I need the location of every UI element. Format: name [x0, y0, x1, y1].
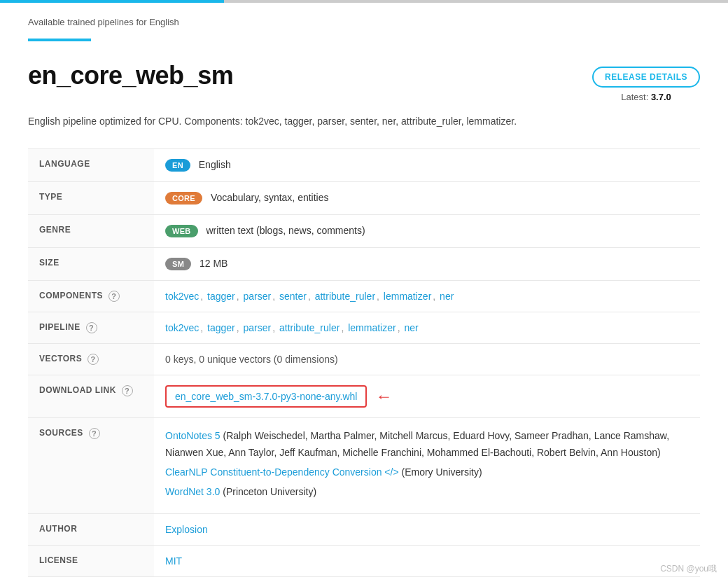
table-row: TYPE CORE Vocabulary, syntax, entities: [28, 182, 700, 215]
pipeline-help-icon[interactable]: ?: [86, 322, 97, 333]
value-components: tok2vec, tagger, parser, senter, attribu…: [154, 281, 700, 312]
page-title: en_core_web_sm: [28, 61, 233, 90]
component-lemmatizer[interactable]: lemmatizer: [384, 291, 431, 302]
value-vectors: 0 keys, 0 unique vectors (0 dimensions): [154, 344, 700, 375]
description: English pipeline optimized for CPU. Comp…: [28, 113, 700, 129]
label-author: AUTHOR: [28, 513, 154, 545]
value-sources: OntoNotes 5 (Ralph Weischedel, Martha Pa…: [154, 418, 700, 513]
component-ner[interactable]: ner: [440, 291, 454, 302]
source-line-3: WordNet 3.0 (Princeton University): [165, 484, 689, 501]
value-size: SM 12 MB: [154, 248, 700, 281]
source-clearnlp[interactable]: ClearNLP Constituent-to-Dependency Conve…: [165, 466, 382, 478]
table-row-vectors: VECTORS ? 0 keys, 0 unique vectors (0 di…: [28, 344, 700, 375]
clearnlp-code-icon: </>: [384, 466, 398, 478]
component-parser[interactable]: parser: [244, 291, 272, 302]
pipeline-attribute-ruler[interactable]: attribute_ruler: [279, 322, 340, 333]
progress-bar: [0, 0, 728, 3]
label-vectors: VECTORS ?: [28, 344, 154, 375]
value-type: CORE Vocabulary, syntax, entities: [154, 182, 700, 215]
value-download: en_core_web_sm-3.7.0-py3-none-any.whl ←: [154, 375, 700, 418]
latest-version: Latest: 3.7.0: [621, 92, 671, 102]
label-pipeline: PIPELINE ?: [28, 312, 154, 344]
title-row: en_core_web_sm RELEASE DETAILS Latest: 3…: [28, 61, 700, 102]
table-row-download: DOWNLOAD LINK ? en_core_web_sm-3.7.0-py3…: [28, 375, 700, 418]
table-row-sources: SOURCES ? OntoNotes 5 (Ralph Weischedel,…: [28, 418, 700, 513]
components-help-icon[interactable]: ?: [108, 291, 120, 302]
label-download: DOWNLOAD LINK ?: [28, 375, 154, 418]
badge-core: CORE: [165, 192, 202, 205]
info-table: LANGUAGE EN English TYPE CORE Vocabulary…: [28, 148, 700, 576]
component-senter[interactable]: senter: [279, 291, 307, 302]
pipeline-parser[interactable]: parser: [244, 322, 272, 333]
value-pipeline: tok2vec, tagger, parser, attribute_ruler…: [154, 312, 700, 344]
label-components: COMPONENTS ?: [28, 281, 154, 312]
download-help-icon[interactable]: ?: [122, 385, 133, 396]
vectors-help-icon[interactable]: ?: [88, 354, 99, 365]
table-row: LANGUAGE EN English: [28, 149, 700, 182]
pipeline-tok2vec[interactable]: tok2vec: [165, 322, 199, 333]
component-tok2vec[interactable]: tok2vec: [165, 291, 199, 302]
value-genre: WEB written text (blogs, news, comments): [154, 215, 700, 248]
source-ontonotes[interactable]: OntoNotes 5: [165, 430, 220, 441]
component-attribute-ruler[interactable]: attribute_ruler: [315, 291, 375, 302]
release-details-button[interactable]: RELEASE DETAILS: [592, 67, 700, 88]
label-sources: SOURCES ?: [28, 418, 154, 513]
table-row: SIZE SM 12 MB: [28, 248, 700, 281]
author-link[interactable]: Explosion: [165, 524, 208, 535]
value-author: Explosion: [154, 513, 700, 545]
value-language: EN English: [154, 149, 700, 182]
main-container: Available trained pipelines for English …: [7, 3, 721, 582]
table-row-license: LICENSE MIT: [28, 545, 700, 576]
license-link[interactable]: MIT: [165, 555, 182, 567]
pipeline-ner[interactable]: ner: [404, 322, 418, 333]
watermark: CSDN @you哦: [660, 563, 717, 575]
source-wordnet[interactable]: WordNet 3.0: [165, 486, 220, 497]
pipeline-tagger[interactable]: tagger: [207, 322, 235, 333]
label-language: LANGUAGE: [28, 149, 154, 182]
arrow-icon: ←: [375, 387, 392, 406]
release-details-container: RELEASE DETAILS Latest: 3.7.0: [592, 67, 700, 102]
table-row-components: COMPONENTS ? tok2vec, tagger, parser, se…: [28, 281, 700, 312]
blue-divider: [28, 39, 91, 41]
badge-sm: SM: [165, 258, 191, 270]
label-size: SIZE: [28, 248, 154, 281]
component-tagger[interactable]: tagger: [207, 291, 235, 302]
label-genre: GENRE: [28, 215, 154, 248]
table-row: GENRE WEB written text (blogs, news, com…: [28, 215, 700, 248]
table-row-author: AUTHOR Explosion: [28, 513, 700, 545]
sources-help-icon[interactable]: ?: [89, 428, 100, 439]
value-license: MIT: [154, 545, 700, 576]
download-link[interactable]: en_core_web_sm-3.7.0-py3-none-any.whl: [165, 385, 367, 408]
pipeline-lemmatizer[interactable]: lemmatizer: [348, 322, 396, 333]
source-line-1: OntoNotes 5 (Ralph Weischedel, Martha Pa…: [165, 428, 689, 462]
source-line-2: ClearNLP Constituent-to-Dependency Conve…: [165, 464, 689, 481]
badge-en: EN: [165, 159, 190, 172]
badge-web: WEB: [165, 225, 198, 237]
label-type: TYPE: [28, 182, 154, 215]
download-link-cell: en_core_web_sm-3.7.0-py3-none-any.whl ←: [165, 385, 689, 408]
table-row-pipeline: PIPELINE ? tok2vec, tagger, parser, attr…: [28, 312, 700, 344]
breadcrumb: Available trained pipelines for English: [28, 17, 700, 27]
label-license: LICENSE: [28, 545, 154, 576]
